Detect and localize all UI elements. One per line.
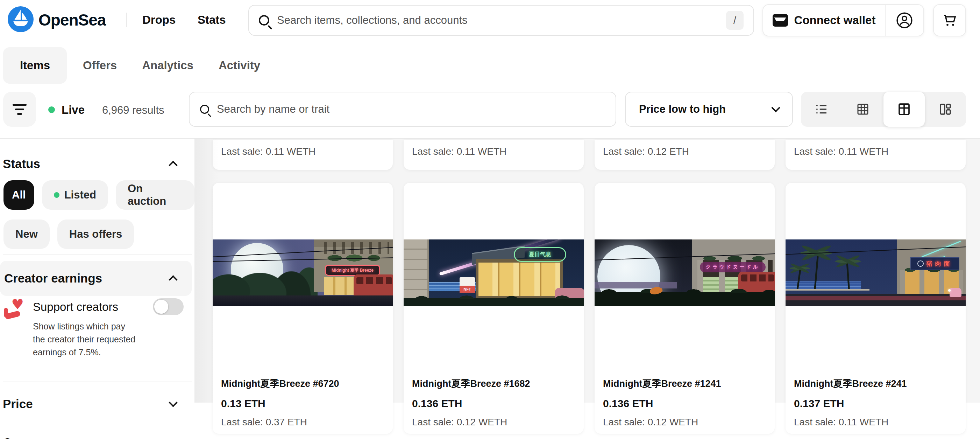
card-title: Midnight夏季Breeze #6720	[221, 377, 339, 390]
global-search-input[interactable]	[277, 14, 726, 27]
tab-activity[interactable]: Activity	[210, 59, 269, 72]
card-price: 0.137 ETH	[794, 398, 844, 410]
status-pill-has-offers[interactable]: Has offers	[57, 219, 134, 249]
nav-link-drops[interactable]: Drops	[142, 13, 176, 27]
cart-icon	[941, 12, 958, 29]
brand-title[interactable]: OpenSea	[38, 11, 106, 29]
chevron-up-icon	[169, 275, 177, 284]
status-pill-row-1: All Listed On auction	[3, 180, 194, 210]
nft-artwork: 猪肉面	[786, 239, 966, 306]
card-title: Midnight夏季Breeze #241	[794, 377, 907, 390]
status-pill-all[interactable]: All	[3, 180, 34, 210]
card-last-sale: Last sale: 0.12 WETH	[603, 417, 698, 428]
chevron-down-icon	[169, 437, 177, 439]
heart-hand-icon: ♥	[4, 299, 24, 319]
search-icon	[259, 15, 269, 26]
toggle-knob	[154, 300, 168, 314]
card-row: Midnight 夏季 Breeze Midnight夏季Breeze #672…	[213, 183, 980, 434]
neon-sign: クラウドヌードル	[700, 262, 765, 272]
grass-silhouette	[595, 292, 775, 306]
road	[786, 294, 966, 306]
palm-tree	[835, 255, 862, 267]
card-last-sale: Last sale: 0.12 WETH	[412, 417, 507, 428]
palm-tree	[789, 263, 811, 273]
tab-items[interactable]: Items	[3, 47, 67, 84]
support-creators-toggle[interactable]	[153, 298, 184, 315]
grid-small-icon	[856, 102, 870, 117]
nft-card-partial[interactable]: Last sale: 0.11 WETH	[213, 140, 393, 170]
card-row-partial: Last sale: 0.11 WETH Last sale: 0.11 WET…	[213, 140, 980, 170]
nft-card[interactable]: Midnight 夏季 Breeze Midnight夏季Breeze #672…	[213, 183, 393, 434]
status-pill-on-auction[interactable]: On auction	[116, 180, 194, 210]
search-shortcut-badge: /	[726, 11, 744, 30]
pink-scooter	[950, 288, 961, 297]
card-price: 0.13 ETH	[221, 398, 266, 410]
trees-silhouette	[213, 255, 318, 298]
global-search: /	[248, 5, 754, 36]
nav-link-stats[interactable]: Stats	[197, 13, 226, 27]
creator-earnings-section-header[interactable]: Creator earnings	[0, 261, 192, 296]
nft-card[interactable]: クラウドヌードル Midnight夏季Breeze #1241 0.136 ET…	[595, 183, 775, 434]
price-section-header[interactable]: Price	[0, 388, 192, 420]
live-label: Live	[62, 103, 84, 117]
profile-button[interactable]	[886, 5, 923, 36]
guardrail	[786, 289, 869, 291]
nft-card-partial[interactable]: Last sale: 0.11 WETH	[404, 140, 584, 170]
chevron-up-icon	[169, 161, 177, 169]
profile-icon	[896, 11, 913, 29]
cart-button[interactable]	[933, 4, 966, 37]
chevron-down-icon	[771, 103, 780, 112]
status-section-header[interactable]: Status	[0, 148, 192, 180]
view-switcher	[801, 92, 966, 127]
opensea-logo-icon[interactable]	[8, 6, 33, 32]
card-title: Midnight夏季Breeze #1682	[412, 377, 530, 390]
support-creators-label: Support creators	[33, 300, 118, 314]
listed-dot-icon	[54, 192, 59, 198]
view-grid-large-button[interactable]	[883, 92, 925, 127]
status-pill-row-2: New Has offers	[3, 219, 134, 249]
card-title: Midnight夏季Breeze #1241	[603, 377, 721, 390]
street-sign: NFT	[460, 277, 475, 293]
chevron-down-icon	[169, 398, 177, 407]
red-train	[353, 275, 393, 296]
connect-wallet-button[interactable]: Connect wallet	[763, 5, 885, 36]
card-last-sale: Last sale: 0.11 WETH	[794, 417, 888, 428]
trait-search-input[interactable]	[217, 103, 605, 115]
top-nav: OpenSea Drops Stats / Connect wallet	[0, 0, 980, 39]
tab-offers[interactable]: Offers	[74, 59, 126, 72]
card-last-sale: Last sale: 0.37 ETH	[221, 417, 307, 428]
grass-silhouette	[404, 298, 584, 306]
sidebar-divider	[3, 382, 192, 382]
nft-card[interactable]: 夏日气息 NFT Midnight夏季Breeze #1682 0.136 ET…	[404, 183, 584, 434]
sort-dropdown[interactable]: Price low to high	[625, 92, 793, 127]
wallet-button-group: Connect wallet	[762, 4, 924, 37]
neon-sign: 猪肉面	[910, 257, 959, 270]
view-list-button[interactable]	[801, 92, 842, 127]
nav-divider	[126, 13, 127, 27]
items-grid: Last sale: 0.11 WETH Last sale: 0.11 WET…	[194, 139, 980, 402]
search-icon	[200, 105, 209, 114]
filters-sidebar: Status All Listed On auction New Has off…	[0, 139, 194, 402]
nft-card-partial[interactable]: Last sale: 0.11 WETH	[786, 140, 966, 170]
wallet-icon	[773, 14, 788, 27]
card-price: 0.136 ETH	[412, 398, 462, 410]
view-grid-small-button[interactable]	[842, 92, 883, 127]
list-view-icon	[814, 102, 829, 117]
tab-analytics[interactable]: Analytics	[133, 59, 202, 72]
masonry-view-icon	[938, 102, 953, 117]
nft-card[interactable]: 猪肉面 Midnight夏季Breeze #241 0.137 ETH Last…	[786, 183, 966, 434]
support-creators-description: Show listings which pay the creator thei…	[33, 320, 138, 359]
view-masonry-button[interactable]	[925, 92, 966, 127]
nft-artwork: クラウドヌードル	[595, 239, 775, 306]
currency-section-header[interactable]: Currency	[0, 426, 192, 439]
lit-shop	[476, 259, 563, 298]
card-price: 0.136 ETH	[603, 398, 653, 410]
status-pill-listed[interactable]: Listed	[42, 180, 108, 210]
filters-button[interactable]	[3, 92, 36, 127]
filter-icon	[13, 104, 27, 115]
nft-artwork: Midnight 夏季 Breeze	[213, 239, 393, 306]
nft-artwork: 夏日气息 NFT	[404, 239, 584, 306]
live-status-icon	[48, 107, 55, 113]
status-pill-new[interactable]: New	[3, 219, 50, 249]
nft-card-partial[interactable]: Last sale: 0.12 ETH	[595, 140, 775, 170]
